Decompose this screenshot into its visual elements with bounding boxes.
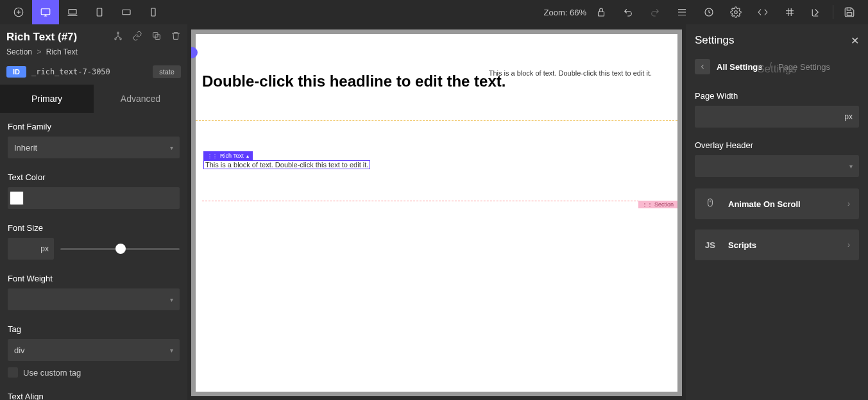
hierarchy-icon[interactable] <box>113 31 123 44</box>
add-element-button[interactable] <box>5 0 32 24</box>
zoom-value: 66% <box>570 8 586 17</box>
chevron-down-icon: ▾ <box>170 347 173 354</box>
delete-icon[interactable] <box>171 31 181 44</box>
tag-value: div <box>14 346 25 355</box>
overlay-header-select[interactable]: ▾ <box>695 155 859 177</box>
rich-text-element[interactable]: This is a block of text. Double-click th… <box>203 160 370 169</box>
section-tag-label: Section <box>654 201 674 208</box>
text-color-input[interactable] <box>8 187 180 209</box>
chevron-down-icon: ▾ <box>170 144 173 151</box>
breadcrumb-sep: > <box>37 47 41 56</box>
scripts-label: Scripts <box>728 240 836 250</box>
svg-point-11 <box>117 32 119 34</box>
chevron-right-icon: › <box>847 240 850 249</box>
slider-thumb[interactable] <box>115 244 126 254</box>
settings-title: Settings <box>695 34 734 47</box>
lock-icon[interactable] <box>593 0 609 24</box>
column-divider <box>196 121 677 121</box>
export-button[interactable] <box>803 0 830 24</box>
label-tag: Tag <box>8 324 180 334</box>
save-button[interactable] <box>836 0 863 24</box>
font-family-value: Inherit <box>14 143 37 153</box>
label-font-weight: Font Weight <box>8 274 180 283</box>
breadcrumb-section[interactable]: Section <box>6 47 32 56</box>
id-value: _rich_text-7-3050 <box>31 67 148 76</box>
label-font-size: Font Size <box>8 223 180 233</box>
zoom-label: Zoom: <box>544 8 568 17</box>
top-text-block[interactable]: This is a block of text. Double-click th… <box>489 69 652 77</box>
svg-point-12 <box>115 38 117 40</box>
left-panel: Rich Text (#7) Section > Rich Text ID _r… <box>0 24 187 400</box>
svg-rect-6 <box>599 12 604 16</box>
font-weight-select[interactable]: ▾ <box>8 288 180 310</box>
topbar: Zoom: 66% <box>0 0 868 24</box>
drag-icon: ⋮⋮ <box>642 202 652 208</box>
tag-select[interactable]: div▾ <box>8 339 180 361</box>
grid-button[interactable] <box>776 0 803 24</box>
tab-primary[interactable]: Primary <box>0 85 94 113</box>
all-settings-link[interactable]: All Settings <box>717 62 763 72</box>
canvas: Double-click this headline to edit the t… <box>187 24 686 400</box>
label-font-family: Font Family <box>8 122 180 131</box>
breadcrumb-sep: / <box>769 61 772 72</box>
link-icon[interactable] <box>132 31 142 44</box>
svg-rect-2 <box>69 10 76 15</box>
svg-point-13 <box>120 38 122 40</box>
chevron-down-icon: ▾ <box>170 296 173 303</box>
device-tablet-landscape-button[interactable] <box>113 0 140 24</box>
breadcrumb: Section > Rich Text <box>0 47 187 63</box>
device-phone-button[interactable] <box>140 0 167 24</box>
animate-label: Animate On Scroll <box>728 199 836 209</box>
device-desktop-button[interactable] <box>32 0 59 24</box>
device-laptop-button[interactable] <box>59 0 86 24</box>
rich-text-tag[interactable]: ⋮⋮ Rich Text ▴ <box>203 151 253 160</box>
headline-text[interactable]: Double-click this headline to edit the t… <box>202 72 506 90</box>
state-button[interactable]: state <box>153 65 181 78</box>
id-badge[interactable]: ID <box>6 66 26 78</box>
chevron-down-icon: ▾ <box>849 163 853 170</box>
label-text-color: Text Color <box>8 172 180 182</box>
right-panel: Settings Settings ✕ All Settings / Page … <box>686 24 868 400</box>
code-button[interactable] <box>749 0 776 24</box>
chevron-right-icon: › <box>847 199 850 208</box>
svg-rect-5 <box>151 8 155 16</box>
svg-rect-16 <box>708 199 713 206</box>
svg-rect-9 <box>847 13 852 16</box>
close-icon[interactable]: ✕ <box>851 35 859 47</box>
svg-rect-4 <box>123 10 130 15</box>
js-icon: JS <box>704 240 717 250</box>
structure-button[interactable] <box>668 0 695 24</box>
font-size-input[interactable]: px <box>8 238 54 260</box>
scripts-card[interactable]: JS Scripts › <box>695 229 859 260</box>
undo-button[interactable] <box>615 0 642 24</box>
current-settings-label: Page Settings <box>778 62 830 72</box>
back-button[interactable] <box>695 59 710 74</box>
svg-point-8 <box>735 11 738 14</box>
use-custom-tag-label: Use custom tag <box>23 368 81 378</box>
label-page-width: Page Width <box>695 91 859 101</box>
section-divider <box>202 201 677 201</box>
color-swatch[interactable] <box>10 191 24 205</box>
history-button[interactable] <box>695 0 722 24</box>
breadcrumb-element[interactable]: Rich Text <box>46 47 78 56</box>
svg-rect-1 <box>41 9 50 15</box>
drag-icon: ⋮⋮ <box>207 153 217 159</box>
use-custom-tag-checkbox[interactable] <box>8 367 18 378</box>
device-tablet-button[interactable] <box>86 0 113 24</box>
font-size-slider[interactable] <box>60 238 180 260</box>
animate-on-scroll-card[interactable]: Animate On Scroll › <box>695 188 859 219</box>
page-frame[interactable]: Double-click this headline to edit the t… <box>191 29 682 396</box>
settings-button[interactable] <box>722 0 749 24</box>
redo-button[interactable] <box>642 0 668 24</box>
chevron-up-icon: ▴ <box>246 153 249 159</box>
page-width-input[interactable]: px <box>695 106 859 128</box>
duplicate-icon[interactable] <box>151 31 162 44</box>
svg-rect-3 <box>97 8 102 16</box>
section-tag[interactable]: ⋮⋮ Section <box>638 201 677 208</box>
mouse-icon <box>704 196 717 212</box>
svg-rect-10 <box>847 8 851 10</box>
element-title: Rich Text (#7) <box>6 31 77 44</box>
rich-text-tag-label: Rich Text <box>220 153 244 159</box>
tab-advanced[interactable]: Advanced <box>94 85 187 113</box>
font-family-select[interactable]: Inherit▾ <box>8 137 180 158</box>
